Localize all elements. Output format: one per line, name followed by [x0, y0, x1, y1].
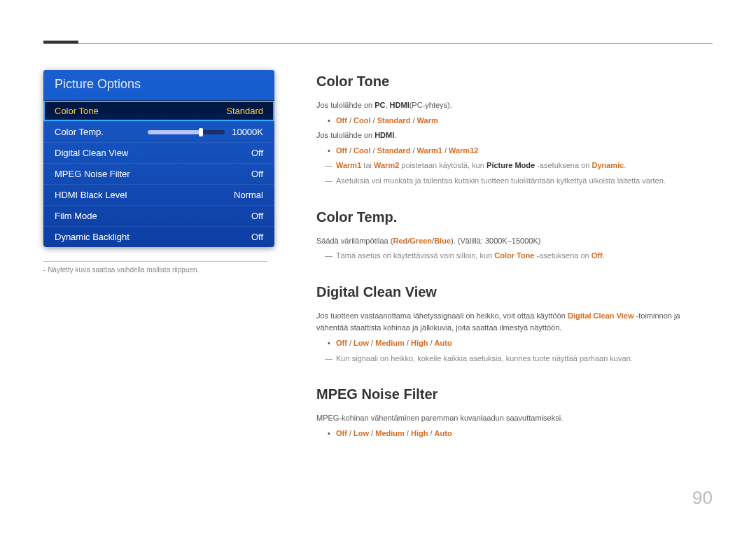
osd-label: Digital Clean View	[55, 148, 251, 158]
osd-label: HDMI Black Level	[55, 190, 234, 200]
option-list: Off / Cool / Standard / Warm1 / Warm12	[316, 145, 713, 157]
osd-row-hdmi-black-level[interactable]: HDMI Black Level Normal	[43, 184, 274, 205]
footnote: - Näytetty kuva saattaa vaihdella mallis…	[43, 266, 274, 274]
osd-value: Off	[251, 211, 263, 221]
osd-label: Color Temp.	[55, 127, 148, 137]
osd-row-color-tone[interactable]: Color Tone Standard	[43, 100, 274, 121]
header-rule	[43, 43, 713, 44]
slider-icon[interactable]	[148, 130, 225, 134]
heading-color-temp: Color Temp.	[316, 206, 713, 228]
osd-title: Picture Options	[43, 70, 274, 100]
footnote-rule	[43, 261, 267, 262]
heading-mpeg-noise-filter: MPEG Noise Filter	[316, 383, 713, 405]
osd-label: Film Mode	[55, 211, 251, 221]
osd-value: Standard	[226, 106, 263, 116]
header-accent	[43, 41, 78, 43]
note: Warm1 tai Warm2 poistetaan käytöstä, kun…	[316, 160, 713, 172]
osd-menu: Picture Options Color Tone Standard Colo…	[43, 70, 274, 247]
note: Kun signaali on heikko, kokeile kaikkia …	[316, 353, 713, 365]
osd-label: Dynamic Backlight	[55, 232, 251, 242]
paragraph: Jos tulolähde on PC, HDMI(PC-yhteys).	[316, 99, 713, 112]
osd-value: Normal	[234, 190, 263, 200]
content: Color Tone Jos tulolähde on PC, HDMI(PC-…	[316, 70, 713, 492]
osd-row-color-temp[interactable]: Color Temp. 10000K	[43, 121, 274, 142]
paragraph: MPEG-kohinan vähentäminen paremman kuvan…	[316, 412, 713, 425]
osd-value: Off	[251, 169, 263, 179]
osd-label: MPEG Noise Filter	[55, 169, 251, 179]
osd-value: Off	[251, 232, 263, 242]
osd-row-film-mode[interactable]: Film Mode Off	[43, 205, 274, 226]
heading-color-tone: Color Tone	[316, 70, 713, 92]
option-list: Off / Low / Medium / High / Auto	[316, 337, 713, 350]
note: Tämä asetus on käytettävissä vain silloi…	[316, 250, 713, 262]
osd-row-mpeg-noise-filter[interactable]: MPEG Noise Filter Off	[43, 163, 274, 184]
paragraph: Jos tuotteen vastaanottama lähetyssignaa…	[316, 310, 713, 335]
option-list: Off / Cool / Standard / Warm	[316, 115, 713, 127]
paragraph: Jos tulolähde on HDMI.	[316, 129, 713, 142]
osd-label: Color Tone	[55, 106, 226, 116]
note: Asetuksia voi muokata ja tallentaa kutak…	[316, 175, 713, 188]
osd-value: 10000K	[232, 127, 263, 137]
page-number: 90	[692, 487, 713, 509]
option-list: Off / Low / Medium / High / Auto	[316, 428, 713, 440]
paragraph: Säädä värilämpötilaa (Red/Green/Blue). (…	[316, 235, 713, 248]
osd-row-digital-clean-view[interactable]: Digital Clean View Off	[43, 142, 274, 163]
osd-value: Off	[251, 148, 263, 158]
heading-digital-clean-view: Digital Clean View	[316, 281, 713, 303]
osd-row-dynamic-backlight[interactable]: Dynamic Backlight Off	[43, 226, 274, 247]
